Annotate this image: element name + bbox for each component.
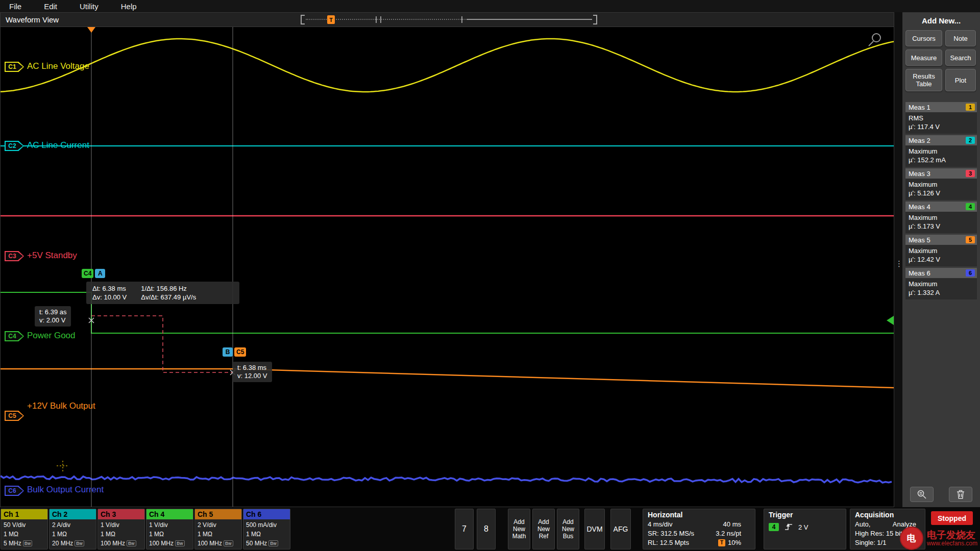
badge-text: C1 <box>5 62 24 72</box>
channel-badge-c6[interactable]: C6 <box>5 486 24 496</box>
results-table-button[interactable]: Results Table <box>905 69 942 91</box>
channel-badge-c5[interactable]: C5 <box>5 411 24 421</box>
search-button[interactable]: Search <box>945 49 976 66</box>
channel-3-tile[interactable]: Ch 3 1 V/div 1 MΩ 100 MHzBw <box>97 509 145 549</box>
trigger-position-icon[interactable] <box>87 27 95 33</box>
measurement-name: Meas 3 <box>909 170 930 178</box>
zoom-results-button[interactable] <box>910 487 934 502</box>
dvm-button[interactable]: DVM <box>584 509 605 549</box>
channel-badge-c3[interactable]: C3 <box>5 251 24 261</box>
cursor-a-source-badges[interactable]: C4 A <box>82 269 105 278</box>
badge-text: C2 <box>5 141 24 151</box>
zoom-results-icon <box>916 489 927 500</box>
menu-help[interactable]: Help <box>121 2 137 11</box>
measurement-card-5[interactable]: Meas 5 5 Maximum µ': 12.42 V <box>905 235 977 266</box>
measurement-card-6[interactable]: Meas 6 6 Maximum µ': 1.332 A <box>905 268 977 299</box>
trace-label-c6[interactable]: Bulk Output Current <box>27 485 104 495</box>
measurement-card-2[interactable]: Meas 2 2 Maximum µ': 152.2 mA <box>905 135 977 167</box>
oscilloscope-screen: File Edit Utility Help Waveform View T <box>0 0 980 551</box>
delete-button[interactable] <box>949 487 972 502</box>
trigger-level-arrow-icon[interactable] <box>887 316 894 325</box>
measurement-card-1[interactable]: Meas 1 1 RMS µ': 117.4 V <box>905 102 977 134</box>
measurement-header[interactable]: Meas 1 1 <box>905 102 977 112</box>
channel-badge-c4[interactable]: C4 <box>5 331 24 341</box>
measurement-card-4[interactable]: Meas 4 4 Maximum µ': 5.173 V <box>905 202 977 233</box>
sidebar-bottom-toolbar <box>902 487 980 502</box>
add-new-ref-button[interactable]: Add New Ref <box>532 509 555 549</box>
measurement-header[interactable]: Meas 5 5 <box>905 235 977 245</box>
cursors-button[interactable]: Cursors <box>905 30 942 46</box>
measurement-header[interactable]: Meas 2 2 <box>905 135 977 145</box>
trace-plot <box>1 27 894 507</box>
channel-1-tile[interactable]: Ch 1 50 V/div 1 MΩ 5 MHzBw <box>1 509 48 549</box>
horizontal-panel[interactable]: Horizontal 4 ms/div 40 ms SR: 312.5 MS/s… <box>643 509 755 549</box>
channel-8-tile[interactable]: 8 <box>477 509 496 549</box>
cursor-b-source-badges[interactable]: B C5 <box>223 347 246 357</box>
plot-button[interactable]: Plot <box>945 69 976 91</box>
channel-7-tile[interactable]: 7 <box>455 509 474 549</box>
horizontal-position-indicator[interactable]: T <box>301 15 597 24</box>
channel-coupling: 1 MΩ <box>4 530 45 539</box>
channel-5-tile[interactable]: Ch 5 2 V/div 1 MΩ 100 MHzBw <box>194 509 242 549</box>
trace-c6[interactable] <box>1 476 892 483</box>
zoom-magnifier-icon[interactable] <box>869 34 880 46</box>
trace-label-c5[interactable]: +12V Bulk Output <box>27 401 95 411</box>
measurement-name: Meas 6 <box>909 269 930 277</box>
bandwidth-limit-icon: Bw <box>23 540 33 546</box>
channel-6-tile[interactable]: Ch 6 500 mA/div 1 MΩ 50 MHzBw <box>243 509 290 549</box>
delta-col-right: 1/Δt: 156.86 Hz Δv/Δt: 637.49 µV/s <box>141 284 196 302</box>
measurement-header[interactable]: Meas 3 3 <box>905 168 977 179</box>
channel-4-tile[interactable]: Ch 4 1 V/div 1 MΩ 100 MHzBw <box>146 509 193 549</box>
measurement-body: RMS µ': 117.4 V <box>905 112 977 134</box>
cursor-connector-dashed <box>91 316 233 372</box>
channel-2-tile[interactable]: Ch 2 2 A/div 1 MΩ 20 MHzBw <box>49 509 96 549</box>
waveform-canvas[interactable]: C1 C2 C3 C4 C5 <box>1 27 894 507</box>
channel-scale: 1 V/div <box>101 520 142 530</box>
afg-button[interactable]: AFG <box>610 509 631 549</box>
record-length: RL: 12.5 Mpts <box>648 538 689 547</box>
note-button[interactable]: Note <box>945 30 976 46</box>
measure-button[interactable]: Measure <box>905 49 942 66</box>
bandwidth-limit-icon: Bw <box>224 540 233 546</box>
menu-file[interactable]: File <box>9 2 21 11</box>
add-new-bus-button[interactable]: Add New Bus <box>557 509 579 549</box>
cursor-a-voltage: v: 2.00 V <box>39 316 66 324</box>
menu-utility[interactable]: Utility <box>80 2 99 11</box>
channel-1-header: Ch 1 <box>1 509 47 519</box>
trace-c1[interactable] <box>1 39 894 92</box>
trace-c5[interactable] <box>1 369 894 388</box>
cursor-delta-readout[interactable]: Δt: 6.38 ms Δv: 10.00 V 1/Δt: 156.86 Hz … <box>86 282 239 304</box>
trace-label-c3[interactable]: +5V Standby <box>27 251 77 261</box>
rising-edge-icon <box>783 522 794 532</box>
cursor-b-readout[interactable]: t: 6.38 ms v: 12.00 V <box>233 362 272 382</box>
channel-coupling: 1 MΩ <box>149 530 190 539</box>
run-stop-status-button[interactable]: Stopped <box>931 511 973 525</box>
trigger-panel[interactable]: Trigger 4 2 V <box>764 509 846 549</box>
measurement-card-3[interactable]: Meas 3 3 Maximum µ': 5.126 V <box>905 168 977 200</box>
channel-6-settings: 500 mA/div 1 MΩ 50 MHzBw <box>243 519 290 549</box>
trace-label-c1[interactable]: AC Line Voltage <box>27 61 89 71</box>
channel-coupling: 1 MΩ <box>198 530 239 539</box>
channel-3-header: Ch 3 <box>98 509 144 519</box>
channel-scale: 1 V/div <box>149 520 190 530</box>
cursor-b-badge: B <box>223 347 233 357</box>
trace-label-c4[interactable]: Power Good <box>27 331 76 341</box>
indicator-tick <box>376 16 377 23</box>
trace-label-c2[interactable]: AC Line Current <box>27 140 89 151</box>
measurement-header[interactable]: Meas 6 6 <box>905 268 977 278</box>
add-new-buttons: Cursors Note Measure Search Results Tabl… <box>905 30 980 91</box>
trigger-position-marker-icon[interactable]: T <box>327 15 335 24</box>
indicator-tick <box>461 16 462 23</box>
menu-edit[interactable]: Edit <box>44 2 57 11</box>
channel-scale: 500 mA/div <box>246 520 287 530</box>
waveform-view-titlebar[interactable]: Waveform View T <box>1 13 894 27</box>
add-new-math-button[interactable]: Add New Math <box>508 509 530 549</box>
channel-badge-c1[interactable]: C1 <box>5 62 24 72</box>
channel-badge-c2[interactable]: C2 <box>5 141 24 151</box>
measurement-value: µ': 5.173 V <box>909 222 974 231</box>
channel-coupling: 1 MΩ <box>101 530 142 539</box>
cursor-a-readout[interactable]: t: 6.39 as v: 2.00 V <box>35 306 71 327</box>
cursor-b-voltage: v: 12.00 V <box>237 372 267 380</box>
measurement-header[interactable]: Meas 4 4 <box>905 202 977 212</box>
channel-bandwidth: 100 MHzBw <box>149 539 190 548</box>
